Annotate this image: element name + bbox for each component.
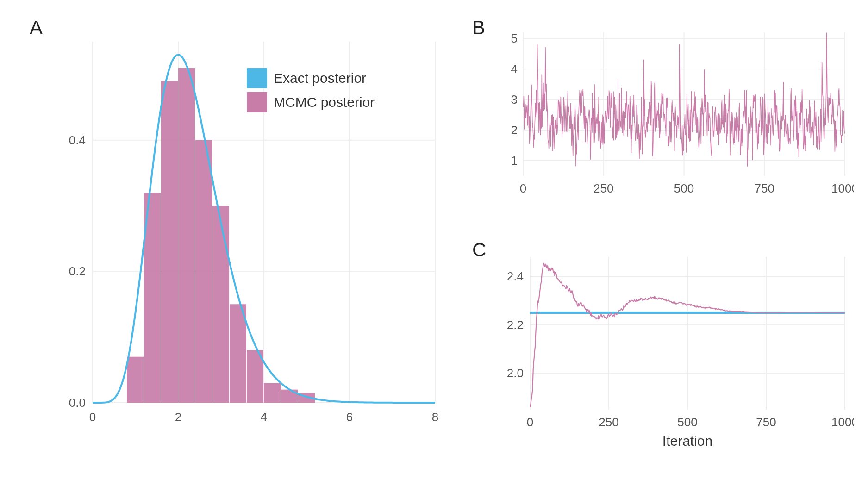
panel-A: 024680.00.20.4Exact posteriorMCMC poster… (56, 32, 444, 440)
legend-label: Exact posterior (274, 70, 366, 86)
legend-label: MCMC posterior (274, 94, 375, 110)
panel-label-C: C (472, 239, 486, 261)
histogram-bar (264, 383, 281, 403)
svg-text:1000: 1000 (831, 415, 854, 429)
svg-rect-18 (247, 92, 267, 112)
svg-text:5: 5 (511, 31, 518, 45)
svg-text:2.2: 2.2 (507, 318, 524, 332)
svg-text:0.4: 0.4 (69, 133, 86, 147)
svg-text:2.4: 2.4 (507, 269, 524, 283)
panel-label-B: B (472, 17, 485, 39)
panel-C: 025050075010002.02.22.4Iteration (498, 252, 854, 456)
histogram-bar (230, 304, 246, 403)
svg-text:750: 750 (756, 415, 776, 429)
histogram-bar (161, 81, 178, 403)
svg-text:250: 250 (599, 415, 618, 429)
panel-label-A: A (30, 17, 43, 39)
panel-B: 0250500750100012345 (498, 28, 854, 204)
figure: A B C 024680.00.20.4Exact posteriorMCMC … (0, 0, 868, 486)
histogram-bar (195, 140, 212, 403)
svg-text:500: 500 (677, 415, 697, 429)
x-axis-title: Iteration (662, 433, 712, 449)
svg-text:2: 2 (511, 123, 518, 137)
svg-text:4: 4 (511, 62, 518, 76)
svg-text:0: 0 (89, 410, 96, 424)
svg-text:0.0: 0.0 (69, 396, 86, 410)
svg-text:0: 0 (520, 181, 526, 195)
chart-C: 025050075010002.02.22.4Iteration (498, 252, 854, 456)
histogram-bar (212, 206, 229, 403)
svg-text:2.0: 2.0 (507, 366, 524, 380)
chart-A: 024680.00.20.4Exact posteriorMCMC poster… (56, 32, 444, 440)
svg-text:500: 500 (674, 181, 694, 195)
svg-text:250: 250 (593, 181, 613, 195)
svg-text:0.2: 0.2 (69, 264, 86, 278)
svg-text:1000: 1000 (831, 181, 854, 195)
svg-text:750: 750 (755, 181, 774, 195)
svg-text:0: 0 (527, 415, 533, 429)
histogram-bar (178, 68, 195, 403)
chart-B: 0250500750100012345 (498, 28, 854, 204)
svg-text:6: 6 (346, 410, 353, 424)
histogram-bar (127, 357, 144, 403)
svg-text:8: 8 (432, 410, 438, 424)
svg-text:2: 2 (175, 410, 181, 424)
svg-text:1: 1 (511, 154, 518, 168)
svg-text:4: 4 (261, 410, 267, 424)
svg-text:3: 3 (511, 93, 518, 106)
svg-rect-17 (247, 68, 267, 88)
